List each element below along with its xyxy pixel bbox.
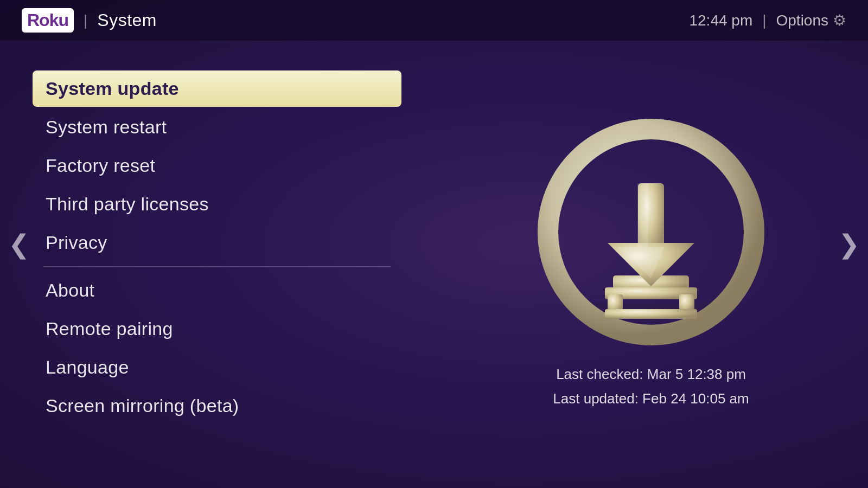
options-label: Options [776, 12, 829, 29]
topbar-right: 12:44 pm | Options [689, 11, 846, 29]
roku-logo-text: Roku [27, 10, 68, 30]
content-area: Last checked: Mar 5 12:38 pm Last update… [434, 41, 868, 488]
page-title: System [97, 10, 157, 30]
last-checked: Last checked: Mar 5 12:38 pm [553, 362, 749, 386]
update-info: Last checked: Mar 5 12:38 pm Last update… [553, 362, 749, 410]
clock: 12:44 pm [689, 12, 752, 29]
menu-item-factory-reset[interactable]: Factory reset [33, 147, 401, 184]
menu-item-language[interactable]: Language [33, 349, 401, 386]
menu-item-remote-pairing[interactable]: Remote pairing [33, 311, 401, 347]
last-updated: Last updated: Feb 24 10:05 am [553, 387, 749, 410]
menu-item-screen-mirroring[interactable]: Screen mirroring (beta) [33, 388, 401, 424]
topbar: Roku | System 12:44 pm | Options [0, 0, 868, 41]
topbar-right-divider: | [762, 12, 766, 29]
options-button[interactable]: Options [776, 11, 847, 29]
roku-logo: Roku [22, 8, 74, 33]
topbar-divider: | [84, 12, 87, 29]
menu-item-third-party-licenses[interactable]: Third party licenses [33, 186, 401, 222]
update-icon [537, 118, 765, 346]
nav-arrow-left[interactable]: ❮ [8, 229, 30, 259]
menu-item-about[interactable]: About [33, 272, 401, 309]
topbar-left: Roku | System [22, 8, 157, 33]
gear-icon [833, 11, 846, 29]
svg-rect-5 [605, 309, 697, 319]
menu-divider [43, 266, 391, 267]
menu: System update System restart Factory res… [33, 70, 401, 426]
menu-item-system-restart[interactable]: System restart [33, 109, 401, 145]
menu-item-system-update[interactable]: System update [33, 70, 401, 107]
menu-item-privacy[interactable]: Privacy [33, 224, 401, 261]
nav-arrow-right[interactable]: ❯ [838, 229, 860, 259]
